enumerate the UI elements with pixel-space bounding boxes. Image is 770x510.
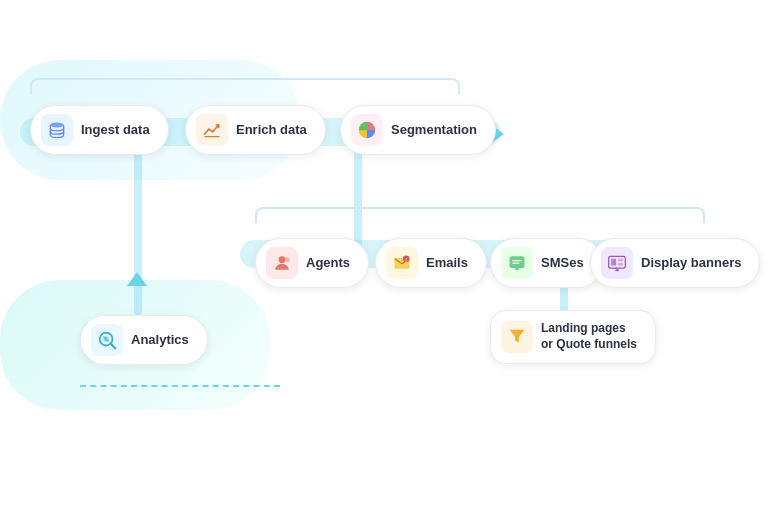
display-label: Display banners — [641, 255, 741, 271]
smses-icon — [501, 247, 533, 279]
arrow-up — [127, 272, 147, 286]
emails-label: Emails — [426, 255, 468, 271]
pill-segmentation[interactable]: Segmentation — [340, 105, 496, 155]
svg-point-4 — [285, 257, 290, 262]
svg-point-0 — [50, 123, 63, 128]
pill-landing[interactable]: Landing pages or Quote funnels — [490, 310, 656, 364]
pill-emails[interactable]: ! Emails — [375, 238, 487, 288]
enrich-label: Enrich data — [236, 122, 307, 138]
mid-bracket — [255, 207, 705, 223]
agents-icon — [266, 247, 298, 279]
svg-rect-14 — [618, 263, 623, 266]
pill-ingest[interactable]: Ingest data — [30, 105, 169, 155]
display-icon — [601, 247, 633, 279]
ingest-icon — [41, 114, 73, 146]
top-bracket — [30, 78, 460, 94]
segmentation-label: Segmentation — [391, 122, 477, 138]
pill-agents[interactable]: Agents — [255, 238, 369, 288]
landing-label: Landing pages or Quote funnels — [541, 321, 637, 352]
enrich-icon — [196, 114, 228, 146]
pill-smses[interactable]: SMSes — [490, 238, 603, 288]
dot-line-bottom — [80, 385, 280, 387]
svg-point-3 — [279, 256, 286, 263]
vline-left — [134, 130, 142, 315]
smses-label: SMSes — [541, 255, 584, 271]
analytics-label: Analytics — [131, 332, 189, 348]
segmentation-icon — [351, 114, 383, 146]
landing-icon — [501, 321, 533, 353]
svg-line-18 — [111, 344, 116, 349]
diagram-container: Ingest data Enrich data Segmentation — [0, 0, 770, 510]
ingest-label: Ingest data — [81, 122, 150, 138]
svg-rect-13 — [618, 259, 623, 262]
pill-analytics[interactable]: Analytics — [80, 315, 208, 365]
pill-enrich[interactable]: Enrich data — [185, 105, 326, 155]
svg-rect-12 — [611, 259, 616, 266]
pill-display[interactable]: Display banners — [590, 238, 760, 288]
emails-icon: ! — [386, 247, 418, 279]
svg-rect-8 — [510, 256, 525, 268]
agents-label: Agents — [306, 255, 350, 271]
analytics-icon — [91, 324, 123, 356]
